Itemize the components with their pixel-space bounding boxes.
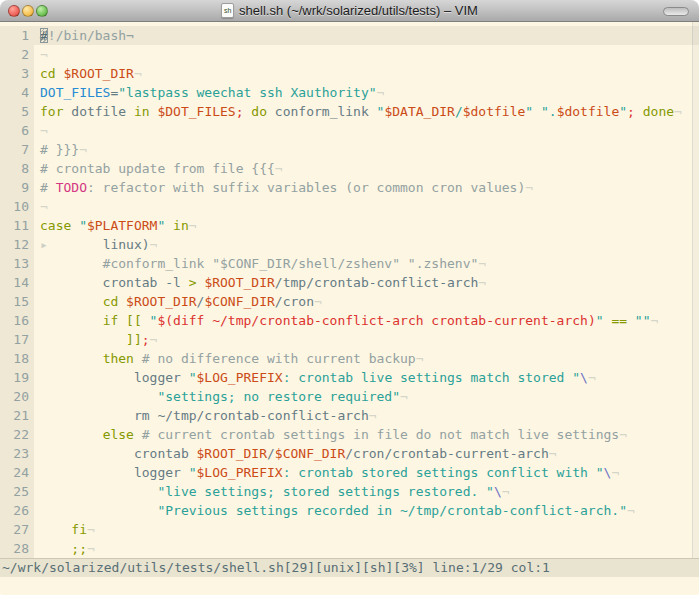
code-line: 6¬ [0, 121, 699, 140]
line-number: 10 [0, 197, 34, 216]
minimize-button[interactable] [22, 5, 34, 17]
close-button[interactable] [8, 5, 20, 17]
code-line: 25 "live settings; stored settings resto… [0, 482, 699, 501]
code-line: 10¬ [0, 197, 699, 216]
code-line: 18 then # no difference with current bac… [0, 349, 699, 368]
code-line: 3cd $ROOT_DIR¬ [0, 64, 699, 83]
line-number: 25 [0, 482, 34, 501]
line-number: 9 [0, 178, 34, 197]
code-line: 2¬ [0, 45, 699, 64]
code-line: 11case "$PLATFORM" in¬ [0, 216, 699, 235]
code-line: 24 logger "$LOG_PREFIX: crontab stored s… [0, 463, 699, 482]
vim-window: sh shell.sh (~/wrk/solarized/utils/tests… [0, 0, 699, 595]
code-line: 15 cd $ROOT_DIR/$CONF_DIR/cron¬ [0, 292, 699, 311]
command-line[interactable] [0, 577, 699, 595]
code-line: 17 ]];¬ [0, 330, 699, 349]
line-number: 20 [0, 387, 34, 406]
line-number: 7 [0, 140, 34, 159]
code-line: 23 crontab $ROOT_DIR/$CONF_DIR/cron/cron… [0, 444, 699, 463]
zoom-button[interactable] [36, 5, 48, 17]
code-line: 8# crontab update from file {{{¬ [0, 159, 699, 178]
toolbar-toggle-button[interactable] [663, 7, 689, 16]
code-line: 14 crontab -l > $ROOT_DIR/tmp/crontab-co… [0, 273, 699, 292]
code-line: 16 if [[ "$(diff ~/tmp/crontab-conflict-… [0, 311, 699, 330]
code-line: 27 fi¬ [0, 520, 699, 539]
cursor-block: # [40, 28, 48, 43]
scrollbar-track[interactable] [692, 22, 699, 558]
window-title: shell.sh (~/wrk/solarized/utils/tests) –… [239, 3, 478, 18]
line-number: 4 [0, 83, 34, 102]
code-line: 1#!/bin/bash¬ [0, 26, 699, 45]
line-number: 14 [0, 273, 34, 292]
code-line: 9# TODO: refactor with suffix variables … [0, 178, 699, 197]
traffic-lights [8, 5, 48, 17]
line-number: 26 [0, 501, 34, 520]
line-number: 16 [0, 311, 34, 330]
line-number: 27 [0, 520, 34, 539]
code-line: 28 ;;¬ [0, 539, 699, 558]
line-number: 6 [0, 121, 34, 140]
line-number: 17 [0, 330, 34, 349]
line-number: 18 [0, 349, 34, 368]
code-line: 19 logger "$LOG_PREFIX: crontab live set… [0, 368, 699, 387]
line-number: 23 [0, 444, 34, 463]
code-line: 26 "Previous settings recorded in ~/tmp/… [0, 501, 699, 520]
line-number: 19 [0, 368, 34, 387]
code-line: 4DOT_FILES="lastpass weechat ssh Xauthor… [0, 83, 699, 102]
line-number: 1 [0, 26, 34, 45]
title-bar[interactable]: sh shell.sh (~/wrk/solarized/utils/tests… [0, 0, 699, 22]
line-number: 8 [0, 159, 34, 178]
status-line: ~/wrk/solarized/utils/tests/shell.sh[29]… [0, 558, 699, 577]
line-number: 11 [0, 216, 34, 235]
line-number: 15 [0, 292, 34, 311]
line-number: 3 [0, 64, 34, 83]
line-number: 2 [0, 45, 34, 64]
code-line: 5for dotfile in $DOT_FILES; do conform_l… [0, 102, 699, 121]
title-group: sh shell.sh (~/wrk/solarized/utils/tests… [0, 3, 699, 18]
line-number: 28 [0, 539, 34, 558]
line-number: 13 [0, 254, 34, 273]
code-line: 22 else # current crontab settings in fi… [0, 425, 699, 444]
document-icon: sh [221, 3, 234, 18]
line-number: 5 [0, 102, 34, 121]
code-line: 21 rm ~/tmp/crontab-conflict-arch¬ [0, 406, 699, 425]
line-number: 12 [0, 235, 34, 254]
code-line: 12▸ linux)¬ [0, 235, 699, 254]
line-number: 21 [0, 406, 34, 425]
code-line: 7# }}}¬ [0, 140, 699, 159]
line-number: 22 [0, 425, 34, 444]
line-number: 24 [0, 463, 34, 482]
code-line: 20 "settings; no restore required"¬ [0, 387, 699, 406]
code-line: 13 #conform_link "$CONF_DIR/shell/zshenv… [0, 254, 699, 273]
code-area[interactable]: 1#!/bin/bash¬2¬3cd $ROOT_DIR¬4DOT_FILES=… [0, 22, 699, 558]
